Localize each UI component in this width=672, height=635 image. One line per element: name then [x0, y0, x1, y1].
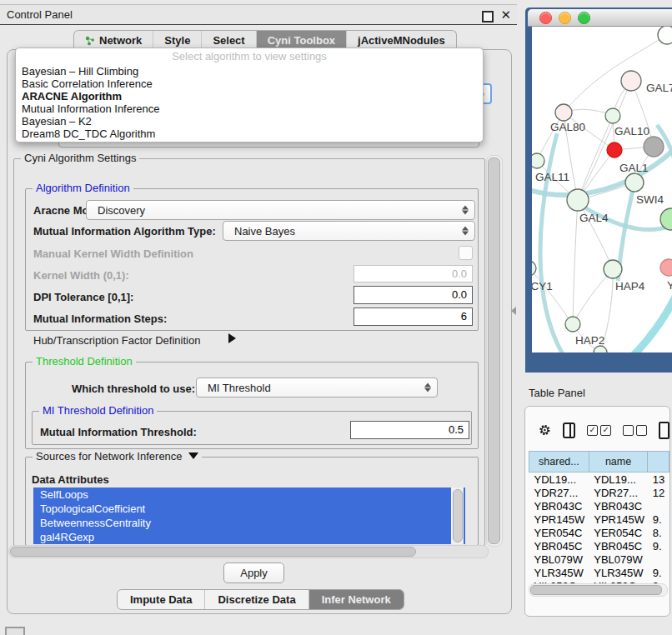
- network-edge[interactable]: [573, 200, 578, 324]
- dpi-tolerance-field[interactable]: 0.0: [354, 286, 473, 304]
- algorithm-definition-title: Algorithm Definition: [33, 182, 133, 194]
- table-row[interactable]: YER054CYER054C8.: [529, 526, 669, 539]
- columns-icon[interactable]: [563, 422, 575, 438]
- minimize-traffic-light-icon[interactable]: [559, 12, 571, 24]
- float-panel-icon[interactable]: [482, 11, 494, 22]
- network-edge[interactable]: [532, 268, 573, 324]
- manual-kernel-checkbox[interactable]: [459, 246, 473, 260]
- table-cell: 8.: [648, 526, 669, 539]
- table-toolbar: ✓✓: [525, 413, 669, 447]
- network-node-hap4[interactable]: [604, 260, 622, 278]
- table-cell: YER054C: [529, 526, 589, 539]
- network-node-gal11[interactable]: [532, 153, 544, 168]
- mi-type-combo[interactable]: Naive Bayes: [223, 221, 475, 241]
- network-node-gcy1[interactable]: [532, 261, 536, 276]
- dpi-tolerance-label: DPI Tolerance [0,1]:: [33, 291, 133, 303]
- network-node-label: GAL7: [646, 82, 672, 94]
- expand-right-icon[interactable]: [228, 333, 236, 343]
- algorithm-option[interactable]: ARACNE Algorithm: [16, 90, 483, 102]
- network-node-hap2[interactable]: [565, 317, 580, 332]
- algorithm-option[interactable]: Dream8 DC_TDC Algorithm: [16, 128, 483, 140]
- export-table-icon[interactable]: [659, 422, 669, 439]
- network-node-gal80[interactable]: [555, 104, 572, 121]
- algorithm-option[interactable]: Mutual Information Inference: [16, 102, 483, 115]
- aracne-mode-value: Discovery: [98, 204, 145, 217]
- settings-vscrollbar-thumb[interactable]: [488, 158, 500, 544]
- gear-icon[interactable]: [539, 421, 551, 439]
- table-row[interactable]: YBL079WYBL079W: [529, 552, 669, 566]
- network-node[interactable]: [644, 137, 664, 157]
- collapse-down-icon[interactable]: [188, 452, 198, 459]
- settings-hscrollbar-thumb[interactable]: [10, 547, 416, 557]
- bottom-tab-impute-data[interactable]: Impute Data: [118, 590, 205, 609]
- aracne-mode-combo[interactable]: Discovery: [86, 200, 475, 220]
- table-row[interactable]: YDL19...YDL19...13: [529, 472, 669, 487]
- network-node-swi4[interactable]: [625, 173, 644, 192]
- algorithm-option[interactable]: Basic Correlation Inference: [16, 78, 483, 90]
- table-cell: YDR27...: [529, 486, 589, 499]
- apply-button[interactable]: Apply: [223, 562, 284, 583]
- network-edge[interactable]: [564, 33, 669, 112]
- split-collapse-icon[interactable]: [511, 307, 516, 315]
- table-cell: YBR045C: [529, 539, 589, 552]
- close-icon[interactable]: ✕: [500, 8, 511, 22]
- algorithm-option[interactable]: Bayesian – Hill Climbing: [16, 65, 483, 78]
- network-edge[interactable]: [540, 133, 564, 352]
- hub-definition-label[interactable]: Hub/Transcription Factor Definition: [33, 334, 200, 347]
- network-node[interactable]: [594, 346, 607, 352]
- table-cell: YBR043C: [529, 499, 589, 512]
- network-node-gal4[interactable]: [567, 189, 589, 211]
- network-node-gal7[interactable]: [621, 71, 641, 91]
- data-attribute-item[interactable]: gal4RGexp: [33, 530, 465, 544]
- kernel-width-field[interactable]: 0.0: [354, 265, 473, 282]
- algorithm-option[interactable]: Bayesian – K2: [16, 115, 483, 128]
- mi-type-label: Mutual Information Algorithm Type:: [33, 225, 216, 238]
- table-cell: 9.: [648, 539, 669, 552]
- mi-threshold-definition-title: MI Threshold Definition: [39, 404, 157, 417]
- column-header-extra[interactable]: [648, 452, 669, 472]
- control-panel-titlebar: Control Panel ✕: [0, 4, 517, 25]
- attr-list-vscrollbar-thumb[interactable]: [453, 489, 463, 542]
- minimized-panel-icon[interactable]: [5, 627, 25, 635]
- stepper-icon: [462, 206, 469, 215]
- column-header-shared...[interactable]: shared...: [529, 452, 589, 472]
- mi-steps-field[interactable]: 6: [354, 308, 473, 326]
- deselect-all-icon[interactable]: [623, 425, 647, 436]
- network-node-y[interactable]: [660, 259, 672, 276]
- table-cell: [648, 499, 669, 512]
- data-attributes-list[interactable]: SelfLoopsTopologicalCoefficientBetweenne…: [33, 488, 465, 544]
- table-cell: [648, 552, 669, 566]
- network-canvas[interactable]: GAL7GAL80GAL10GAL1GAL11SWI4GAL4GCY1HAP4Y…: [532, 27, 672, 352]
- bottom-tab-discretize-data[interactable]: Discretize Data: [205, 590, 308, 609]
- table-row[interactable]: YBR045CYBR045C9.: [529, 539, 669, 552]
- kernel-width-label: Kernel Width (0,1):: [33, 269, 129, 282]
- network-node-gal10[interactable]: [605, 108, 620, 123]
- network-edge[interactable]: [573, 269, 613, 324]
- select-all-icon[interactable]: ✓✓: [587, 425, 611, 436]
- network-node[interactable]: [658, 27, 672, 44]
- table-row[interactable]: YLR345WYLR345W9.: [529, 566, 669, 579]
- node-table[interactable]: shared...name YDL19...YDL19...13YDR27...…: [529, 451, 669, 592]
- mi-threshold-field[interactable]: 0.5: [350, 421, 469, 439]
- data-attribute-item[interactable]: SelfLoops: [33, 488, 465, 502]
- manual-kernel-label: Manual Kernel Width Definition: [33, 248, 193, 260]
- table-cell: YDL19...: [589, 472, 648, 487]
- table-row[interactable]: YBR043CYBR043C: [529, 499, 669, 512]
- table-hscrollbar-thumb[interactable]: [530, 585, 662, 595]
- which-threshold-combo[interactable]: MI Threshold: [196, 378, 438, 398]
- zoom-traffic-light-icon[interactable]: [578, 12, 590, 24]
- data-attribute-item[interactable]: BetweennessCentrality: [33, 516, 465, 530]
- column-header-name[interactable]: name: [589, 452, 648, 472]
- network-window-titlebar[interactable]: [528, 9, 672, 27]
- network-node-label: SWI4: [636, 193, 664, 206]
- network-node-gal1[interactable]: [607, 142, 622, 158]
- close-traffic-light-icon[interactable]: [539, 12, 552, 24]
- data-attributes-label: Data Attributes: [32, 473, 109, 486]
- network-edge[interactable]: [578, 200, 613, 269]
- table-row[interactable]: YDR27...YDR27...12: [529, 486, 669, 499]
- table-cell: 13: [648, 472, 669, 487]
- data-attribute-item[interactable]: TopologicalCoefficient: [33, 502, 465, 516]
- sources-title[interactable]: Sources for Network Inference: [33, 450, 202, 462]
- bottom-tab-infer-network[interactable]: Infer Network: [309, 590, 404, 609]
- table-row[interactable]: YPR145WYPR145W9.: [529, 512, 669, 526]
